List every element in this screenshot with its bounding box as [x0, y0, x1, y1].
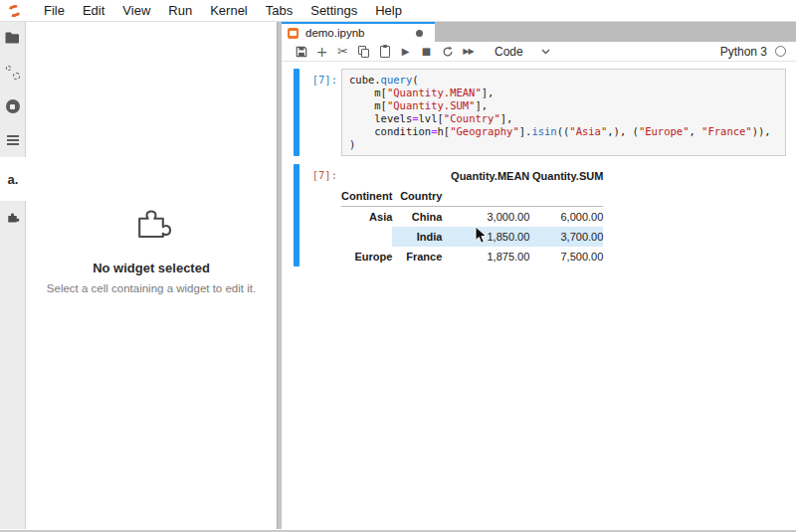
menu-item-help[interactable]: Help [366, 3, 411, 18]
value-cell: 3,700.00 [529, 227, 603, 247]
empty-header [529, 186, 603, 207]
index-name-header: Continent [341, 186, 392, 207]
code-line: levels=lvl["Country"], [349, 112, 778, 125]
stop-button[interactable]: ■ [416, 43, 437, 61]
menu-item-view[interactable]: View [113, 3, 159, 18]
code-line: ) [349, 138, 778, 151]
kernel-idle-circle-icon [775, 46, 786, 57]
value-cell: 1,875.00 [442, 247, 529, 266]
cell-type-dropdown[interactable]: Code [489, 43, 556, 60]
index-name-row: ContinentCountry [341, 186, 603, 207]
code-line: m["Quantity.SUM"], [349, 99, 778, 112]
run-button[interactable]: ▶ [395, 43, 416, 61]
code-cell: [7]: cube.query( m["Quantity.MEAN"], m["… [282, 69, 796, 156]
table-row: India1,850.003,700.00 [341, 227, 603, 247]
code-line: m["Quantity.MEAN"], [349, 87, 778, 99]
dirty-dot-icon[interactable] [416, 30, 423, 37]
sidebar-tab-table-of-contents[interactable] [0, 123, 25, 157]
document-tab-title: demo.ipynb [305, 27, 416, 39]
chevron-down-icon [541, 49, 550, 55]
puzzle-outline-icon [130, 199, 172, 245]
fast-forward-icon: ▶▶ [463, 47, 473, 56]
output-cell: [7]: Quantity.MEANQuantity.SUMContinentC… [282, 164, 796, 266]
table-row: AsiaChina3,000.006,000.00 [341, 207, 603, 228]
output-prompt: [7]: [299, 164, 341, 266]
menu-item-run[interactable]: Run [159, 3, 201, 18]
result-table: Quantity.MEANQuantity.SUMContinentCountr… [341, 166, 603, 266]
notebook-content: [7]: cube.query( m["Quantity.MEAN"], m["… [282, 62, 796, 529]
input-prompt: [7]: [299, 69, 341, 156]
restart-icon [442, 46, 454, 58]
copy-button[interactable] [353, 43, 374, 61]
table-row: EuropeFrance1,875.007,500.00 [341, 247, 603, 266]
widget-editor-panel: No widget selected Select a cell contain… [26, 22, 277, 529]
column-header-row: Quantity.MEANQuantity.SUM [341, 166, 603, 186]
kernel-name[interactable]: Python 3 [720, 45, 767, 59]
jupyterlab-window: FileEditViewRunKernelTabsSettingsHelp a. [0, 0, 796, 532]
index-name-header: Country [392, 186, 442, 207]
code-line: condition=h["Geography"].isin(("Asia",),… [349, 125, 778, 138]
atoti-logo-icon [6, 3, 22, 18]
atoti-icon: a. [8, 172, 19, 187]
cut-button[interactable]: ✂ [332, 43, 353, 61]
document-tabbar: demo.ipynb [282, 22, 796, 42]
menu-item-tabs[interactable]: Tabs [257, 3, 301, 18]
code-line: cube.query( [349, 74, 778, 87]
sidebar-tab-property-inspector[interactable] [0, 56, 25, 89]
gears-icon [6, 66, 20, 80]
notebook-icon [288, 28, 298, 39]
restart-button[interactable] [437, 43, 458, 61]
value-cell: 6,000.00 [529, 207, 603, 228]
notebook-toolbar: + ✂ ▶ ■ ▶▶ Code Python 3 [282, 42, 796, 62]
empty-header [442, 186, 529, 207]
continent-cell: Asia [341, 207, 392, 228]
sidebar-tab-atoti[interactable]: a. [0, 157, 26, 201]
main-area: demo.ipynb + ✂ ▶ ■ ▶▶ Code [282, 22, 796, 529]
column-header: Quantity.MEAN [442, 166, 529, 186]
country-cell: France [392, 247, 442, 266]
save-icon [296, 46, 307, 58]
stop-icon: ■ [422, 46, 431, 57]
menubar: FileEditViewRunKernelTabsSettingsHelp [0, 0, 796, 22]
empty-header [392, 166, 442, 186]
value-cell: 7,500.00 [529, 247, 603, 266]
menu-items: FileEditViewRunKernelTabsSettingsHelp [35, 3, 411, 18]
sidebar-tab-files[interactable] [0, 22, 25, 56]
add-icon: + [316, 44, 328, 60]
value-cell: 1,850.00 [442, 227, 529, 247]
sidebar-tab-running-kernels[interactable] [0, 89, 25, 123]
cut-icon: ✂ [337, 44, 348, 59]
run-icon: ▶ [402, 46, 410, 57]
copy-icon [358, 46, 369, 58]
cell-type-value: Code [495, 45, 523, 59]
activity-bar: a. [0, 22, 26, 529]
running-kernels-icon [6, 99, 20, 113]
puzzle-icon [5, 209, 20, 228]
fast-forward-button[interactable]: ▶▶ [458, 43, 479, 61]
list-icon [7, 133, 19, 147]
country-cell: China [392, 207, 442, 228]
continent-cell [341, 227, 392, 247]
sidebar-tab-extensions[interactable] [0, 201, 25, 235]
panel-subtitle: Select a cell containing a widget to edi… [26, 282, 277, 294]
empty-header [341, 166, 392, 186]
document-tab-demo[interactable]: demo.ipynb [282, 22, 435, 42]
paste-icon [380, 46, 390, 58]
menu-item-kernel[interactable]: Kernel [201, 3, 257, 18]
column-header: Quantity.SUM [529, 166, 603, 186]
paste-button[interactable] [374, 43, 395, 61]
folder-icon [5, 30, 20, 48]
code-editor[interactable]: cube.query( m["Quantity.MEAN"], m["Quant… [341, 69, 786, 156]
menu-item-edit[interactable]: Edit [74, 3, 113, 18]
add-cell-button[interactable]: + [311, 43, 332, 61]
panel-title: No widget selected [26, 261, 277, 275]
menu-item-settings[interactable]: Settings [301, 3, 366, 18]
save-button[interactable] [291, 43, 311, 61]
menu-item-file[interactable]: File [35, 3, 74, 18]
country-cell: India [392, 227, 442, 247]
continent-cell: Europe [341, 247, 392, 266]
value-cell: 3,000.00 [442, 207, 529, 228]
